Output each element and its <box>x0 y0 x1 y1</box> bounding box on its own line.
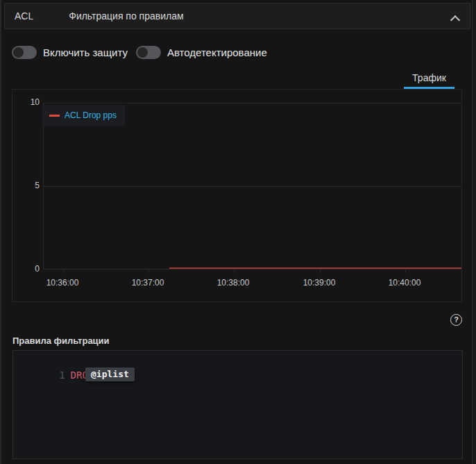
traffic-chart: 10 5 0 ACL Drop pps 10:36:00 10:37:00 10… <box>12 89 462 302</box>
autocomplete-suggestion-iplist[interactable]: @iplist <box>85 367 135 381</box>
acl-panel: ACL Фильтрация по правилам Включить защи… <box>0 0 476 464</box>
legend-item-acl-drop-pps[interactable]: ACL Drop pps <box>42 105 125 126</box>
x-axis-tick <box>320 270 321 273</box>
help-icon[interactable]: ? <box>450 314 462 326</box>
autodetect-toggle-label: Автодетектирование <box>167 47 267 58</box>
x-axis-tick <box>405 270 406 273</box>
x-axis-label-3: 10:38:00 <box>209 278 257 288</box>
x-axis-label-5: 10:40:00 <box>380 278 429 288</box>
drawer-left-edge <box>0 0 1 464</box>
toggle-knob <box>137 47 148 58</box>
gridline-10 <box>44 103 461 103</box>
x-axis-label-2: 10:37:00 <box>124 278 172 288</box>
toggle-row: Включить защиту Автодетектирование <box>12 46 275 59</box>
x-axis-label-1: 10:36:00 <box>38 278 87 288</box>
chevron-up-icon[interactable] <box>450 15 460 25</box>
x-axis-line <box>44 269 461 270</box>
section-title: Фильтрация по правилам <box>69 10 183 22</box>
legend-line-swatch <box>49 115 60 117</box>
x-axis-tick <box>148 270 149 273</box>
line-number: 1 <box>49 369 65 382</box>
series-acl-drop-pps <box>169 267 461 269</box>
panel-right-edge <box>472 0 473 464</box>
legend-series-name: ACL Drop pps <box>65 110 117 120</box>
autodetect-toggle[interactable] <box>136 46 161 59</box>
toggle-knob <box>13 47 24 58</box>
x-axis-label-4: 10:39:00 <box>295 278 343 288</box>
section-header[interactable]: ACL Фильтрация по правилам <box>4 3 470 29</box>
plot-area[interactable]: ACL Drop pps <box>43 103 461 270</box>
rules-section-label: Правила фильтрации <box>12 335 110 346</box>
y-axis-tick-5: 5 <box>12 181 40 191</box>
y-axis-tick-0: 0 <box>12 264 40 274</box>
y-axis-tick-10: 10 <box>12 97 40 108</box>
section-id-label: ACL <box>15 10 33 22</box>
panel-right-gutter <box>473 0 476 464</box>
tab-traffic[interactable]: Трафик <box>404 69 454 89</box>
protect-toggle[interactable] <box>12 46 37 59</box>
x-axis-tick <box>63 270 64 273</box>
rules-code-editor[interactable]: 1DROP src @iplist <box>12 350 463 459</box>
x-axis-tick <box>234 270 235 273</box>
protect-toggle-label: Включить защиту <box>43 47 128 58</box>
gridline-5 <box>44 186 461 187</box>
